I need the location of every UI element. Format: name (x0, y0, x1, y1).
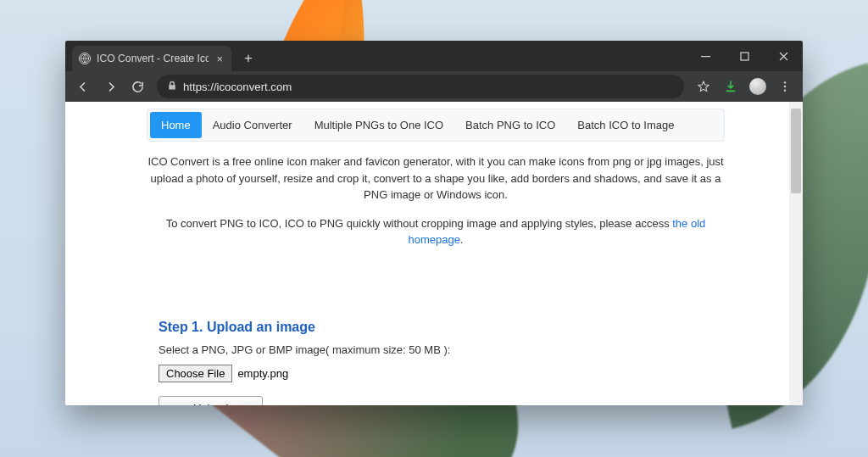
nav-tab-batch-png-to-ico[interactable]: Batch PNG to ICO (454, 112, 566, 138)
browser-window: ICO Convert - Create Icons From × + http… (65, 41, 803, 405)
intro-text: To convert PNG to ICO, ICO to PNG quickl… (166, 217, 673, 230)
download-icon[interactable] (718, 74, 743, 99)
vertical-scrollbar[interactable] (789, 102, 803, 405)
back-button[interactable] (70, 74, 96, 99)
svg-rect-2 (741, 53, 748, 60)
nav-tab-audio-converter[interactable]: Audio Converter (202, 112, 303, 138)
close-tab-icon[interactable]: × (214, 53, 225, 65)
forward-button[interactable] (97, 74, 123, 99)
site-nav-tabs: Home Audio Converter Multiple PNGs to On… (147, 109, 725, 142)
page-viewport: Home Audio Converter Multiple PNGs to On… (65, 102, 803, 405)
browser-tab[interactable]: ICO Convert - Create Icons From × (72, 46, 231, 71)
nav-tab-batch-ico-to-image[interactable]: Batch ICO to Image (566, 112, 685, 138)
svg-point-4 (784, 86, 786, 87)
page-content: Home Audio Converter Multiple PNGs to On… (65, 102, 803, 405)
new-tab-button[interactable]: + (237, 47, 259, 70)
maximize-button[interactable] (725, 41, 764, 71)
scrollbar-thumb[interactable] (791, 109, 801, 193)
file-input-row: Choose File empty.png (159, 365, 794, 382)
intro-paragraph-2: To convert PNG to ICO, ICO to PNG quickl… (145, 215, 726, 248)
step-1-heading: Step 1. Upload an image (159, 320, 794, 335)
close-window-button[interactable] (764, 41, 803, 71)
star-icon[interactable] (691, 74, 716, 99)
nav-tab-home[interactable]: Home (150, 112, 202, 138)
profile-avatar[interactable] (745, 74, 771, 99)
choose-file-button[interactable]: Choose File (159, 365, 232, 382)
intro-paragraph-1: ICO Convert is a free online icon maker … (145, 153, 726, 203)
globe-icon (79, 53, 91, 64)
intro-text-suffix: . (460, 233, 464, 246)
window-controls (686, 41, 803, 71)
upload-button[interactable]: Upload (159, 396, 263, 406)
address-url: https://icoconvert.com (183, 81, 292, 93)
svg-point-3 (784, 81, 786, 83)
selected-filename: empty.png (237, 367, 288, 380)
step-1-instruction: Select a PNG, JPG or BMP image( maximum … (159, 343, 794, 356)
tab-title: ICO Convert - Create Icons From (97, 53, 209, 64)
browser-toolbar: https://icoconvert.com (65, 71, 803, 102)
menu-button[interactable] (772, 74, 798, 99)
svg-rect-1 (701, 56, 710, 57)
address-bar[interactable]: https://icoconvert.com (157, 75, 684, 98)
lock-icon (167, 81, 177, 93)
nav-tab-multiple-pngs[interactable]: Multiple PNGs to One ICO (303, 112, 454, 138)
browser-tabstrip: ICO Convert - Create Icons From × + (65, 41, 803, 71)
minimize-button[interactable] (686, 41, 725, 71)
svg-point-5 (784, 89, 786, 91)
reload-button[interactable] (125, 74, 150, 99)
